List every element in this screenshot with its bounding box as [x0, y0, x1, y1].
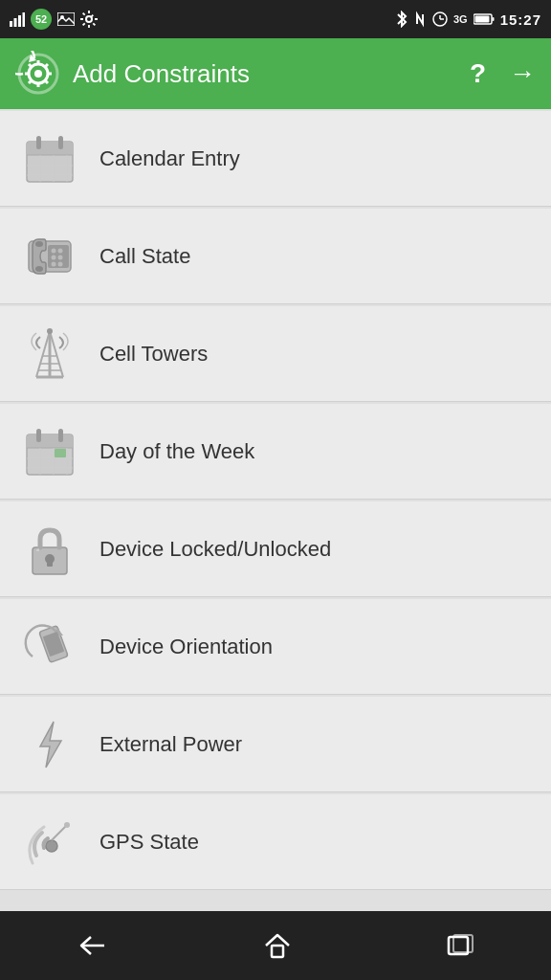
status-bar: 52 3G: [0, 0, 551, 38]
svg-rect-0: [10, 21, 12, 27]
cell-towers-label: Cell Towers: [99, 342, 208, 367]
next-button[interactable]: →: [509, 58, 536, 89]
device-locked-label: Device Locked/Unlocked: [99, 537, 331, 562]
svg-line-20: [29, 64, 32, 67]
calendar-entry-icon: [19, 128, 80, 189]
recents-button[interactable]: [428, 924, 493, 968]
clock-icon: [432, 11, 448, 27]
svg-rect-27: [27, 149, 73, 155]
svg-point-43: [58, 255, 63, 259]
svg-point-38: [35, 266, 43, 272]
list-item-gps-state[interactable]: GPS State: [0, 794, 551, 890]
svg-rect-30: [58, 136, 63, 149]
svg-point-41: [58, 248, 63, 253]
device-locked-icon: [19, 519, 80, 580]
battery-icon: [474, 13, 495, 25]
app-logo: [15, 51, 61, 97]
svg-rect-65: [55, 449, 66, 457]
svg-rect-1: [14, 18, 17, 27]
svg-marker-72: [40, 722, 61, 768]
svg-line-22: [45, 64, 48, 67]
svg-rect-56: [27, 442, 73, 448]
svg-rect-29: [36, 136, 41, 149]
list-item-external-power[interactable]: External Power: [0, 697, 551, 792]
list-item-calendar-entry[interactable]: Calendar Entry: [0, 111, 551, 207]
svg-point-75: [64, 822, 70, 828]
device-orientation-label: Device Orientation: [99, 635, 273, 659]
list-item-device-locked[interactable]: Device Locked/Unlocked: [0, 501, 551, 597]
svg-point-15: [34, 70, 42, 78]
list-item-device-orientation[interactable]: Device Orientation: [0, 599, 551, 695]
nfc-icon: [413, 11, 427, 28]
cell-towers-icon: [19, 323, 80, 385]
svg-rect-59: [58, 429, 63, 442]
external-power-icon: [19, 714, 80, 775]
calendar-entry-label: Calendar Entry: [99, 146, 240, 171]
signal-icon: [10, 11, 25, 27]
app-bar-title: Add Constraints: [73, 59, 470, 89]
svg-rect-77: [272, 946, 283, 957]
gps-state-icon: [19, 812, 80, 873]
svg-point-40: [52, 248, 56, 253]
help-button[interactable]: ?: [470, 58, 486, 89]
list-item-day-of-week[interactable]: Day of the Week: [0, 404, 551, 500]
svg-line-74: [52, 825, 67, 840]
svg-point-42: [52, 255, 56, 259]
network-label: 3G: [453, 13, 468, 25]
list-item-call-state[interactable]: Call State: [0, 209, 551, 304]
svg-line-21: [45, 80, 48, 83]
badge-52: 52: [31, 9, 52, 30]
svg-point-6: [86, 16, 92, 22]
status-time: 15:27: [500, 11, 541, 28]
svg-rect-58: [36, 429, 41, 442]
svg-point-37: [35, 241, 43, 247]
svg-rect-11: [492, 17, 494, 21]
svg-point-53: [47, 328, 53, 334]
back-button[interactable]: [58, 924, 127, 967]
list-item-cell-towers[interactable]: Cell Towers: [0, 306, 551, 402]
svg-rect-68: [47, 559, 53, 567]
svg-point-73: [46, 840, 57, 852]
call-state-label: Call State: [99, 244, 190, 269]
svg-rect-3: [23, 12, 26, 27]
gps-state-label: GPS State: [99, 830, 199, 855]
nav-bar: [0, 911, 551, 980]
call-state-icon: [19, 226, 80, 287]
status-right-icons: 3G 15:27: [396, 11, 541, 28]
home-button[interactable]: [245, 923, 310, 969]
day-of-week-label: Day of the Week: [99, 439, 254, 464]
constraints-list: Calendar Entry Call State: [0, 109, 551, 911]
image-icon: [57, 12, 75, 26]
svg-rect-12: [474, 16, 489, 23]
svg-point-45: [58, 261, 63, 266]
status-left-icons: 52: [10, 9, 98, 30]
settings-icon: [80, 11, 98, 28]
svg-point-44: [52, 261, 56, 266]
device-orientation-icon: [19, 616, 80, 678]
svg-line-23: [29, 80, 32, 83]
bluetooth-icon: [396, 11, 408, 28]
app-bar: Add Constraints ? →: [0, 38, 551, 109]
day-of-week-icon: [19, 421, 80, 482]
external-power-label: External Power: [99, 732, 242, 757]
svg-rect-2: [18, 15, 21, 27]
